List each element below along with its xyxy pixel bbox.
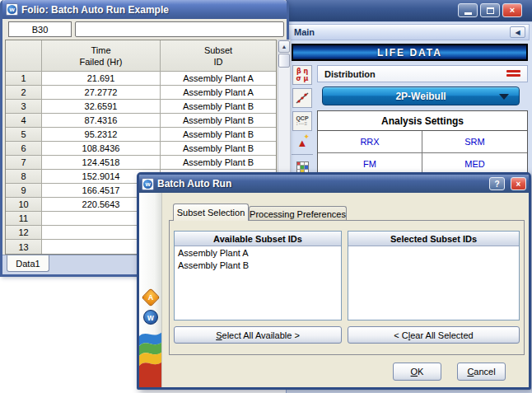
life-data-banner: LIFE DATA xyxy=(292,44,528,61)
dialog-decorative-strip: A w xyxy=(139,193,162,387)
scroll-up-button[interactable]: ▲ xyxy=(278,40,290,53)
ok-button[interactable]: OK xyxy=(393,363,441,381)
analysis-option-srm[interactable]: SRM xyxy=(422,131,527,153)
qcp-button[interactable]: QCP ∶⋯≡ xyxy=(292,111,312,131)
minimize-icon xyxy=(464,12,472,15)
list-item[interactable]: Assembly Plant B xyxy=(175,259,341,271)
color-waves-decoration xyxy=(139,326,162,387)
parameters-icon: β η σ μ xyxy=(296,68,309,82)
minimize-button[interactable] xyxy=(458,3,478,17)
dialog-titlebar[interactable]: w Batch Auto Run ? × xyxy=(139,175,529,193)
table-row[interactable]: 595.2312Assembly Plant B xyxy=(6,128,276,142)
corner-cell[interactable] xyxy=(6,40,42,72)
tab-subset-selection[interactable]: Subset Selection xyxy=(173,204,249,221)
tab-processing-preferences[interactable]: Processing Preferences xyxy=(249,206,347,221)
cell-reference-box[interactable]: B30 xyxy=(8,21,72,37)
reliasoft-a-badge-icon: A xyxy=(143,290,158,305)
table-row[interactable]: 332.6591Assembly Plant B xyxy=(6,100,276,114)
weibull-app-icon: w xyxy=(6,3,18,16)
panel-collapse-button[interactable]: ◀ xyxy=(510,26,525,38)
maximize-icon xyxy=(487,7,494,14)
scroll-up-icon: ▲ xyxy=(282,44,287,49)
select-all-available-button[interactable]: Select All Available > xyxy=(174,326,342,344)
selected-list-header: Selected Subset IDs xyxy=(348,232,519,246)
column-header-time[interactable]: Time Failed (Hr) xyxy=(42,40,161,72)
subset-selection-panel: Available Subset IDs Assembly Plant A As… xyxy=(169,220,525,355)
folio-title: Folio: Batch Auto Run Example xyxy=(21,4,169,16)
clear-all-selected-button[interactable]: < Clear All Selected xyxy=(348,326,520,344)
sheet-tab-data1[interactable]: Data1 xyxy=(7,255,49,272)
distribution-dropdown[interactable]: 2P-Weibull xyxy=(322,87,520,105)
formula-input[interactable] xyxy=(75,21,284,37)
analysis-settings: Analysis Settings RRX SRM FM MED xyxy=(317,110,528,175)
table-header-row: Time Failed (Hr) Subset ID xyxy=(6,40,276,72)
weibull-w-badge-icon: w xyxy=(143,310,158,325)
folio-titlebar[interactable]: w Folio: Batch Auto Run Example xyxy=(2,0,287,19)
wizard-button[interactable]: ▲ ✦ xyxy=(292,133,312,152)
available-list-header: Available Subset IDs xyxy=(175,232,341,246)
selected-subset-ids-list[interactable]: Selected Subset IDs xyxy=(348,231,520,320)
distribution-menu-icon[interactable] xyxy=(506,70,520,78)
distribution-header: Distribution xyxy=(317,65,528,82)
table-row[interactable]: 7124.4518Assembly Plant B xyxy=(6,156,276,170)
table-row[interactable]: 227.2772Assembly Plant A xyxy=(6,86,276,100)
qcp-icon: QCP ∶⋯≡ xyxy=(296,115,308,127)
help-icon: ? xyxy=(494,180,499,189)
sidebar-separator xyxy=(292,154,313,155)
close-icon: × xyxy=(510,6,515,15)
list-item[interactable]: Assembly Plant A xyxy=(175,246,341,259)
chevron-left-icon: ◀ xyxy=(515,29,520,36)
wizard-icon: ▲ ✦ xyxy=(297,138,308,148)
distribution-label: Distribution xyxy=(318,69,376,79)
table-row[interactable]: 121.691Assembly Plant A xyxy=(6,72,276,86)
available-subset-ids-list[interactable]: Available Subset IDs Assembly Plant A As… xyxy=(174,231,342,320)
chevron-down-icon xyxy=(499,94,509,100)
distribution-parameters-button[interactable]: β η σ μ xyxy=(292,65,312,85)
help-button[interactable]: ? xyxy=(489,177,505,190)
dialog-close-button[interactable]: × xyxy=(511,177,526,190)
analysis-settings-title: Analysis Settings xyxy=(318,111,527,131)
batch-auto-run-dialog: w Batch Auto Run ? × A w xyxy=(137,172,531,390)
data-grid-icon xyxy=(296,161,309,173)
dialog-title: Batch Auto Run xyxy=(157,178,486,189)
cancel-button[interactable]: Cancel xyxy=(457,363,506,381)
maximize-button[interactable] xyxy=(480,3,500,17)
close-button[interactable]: × xyxy=(502,3,522,17)
analysis-option-rrx[interactable]: RRX xyxy=(318,131,422,153)
life-data-banner-label: LIFE DATA xyxy=(377,47,442,58)
table-row[interactable]: 487.4316Assembly Plant B xyxy=(6,114,276,128)
column-header-subset[interactable]: Subset ID xyxy=(161,40,276,72)
close-icon: × xyxy=(516,180,521,189)
scrollbar-thumb[interactable] xyxy=(278,54,290,68)
probability-plot-icon xyxy=(295,91,310,105)
probability-plot-button[interactable] xyxy=(292,88,312,108)
table-row[interactable]: 6108.8436Assembly Plant B xyxy=(6,142,276,156)
weibull-app-icon: w xyxy=(142,178,154,190)
dialog-body: A w Subset Selection Processing Preferen… xyxy=(139,193,529,387)
distribution-selected-value: 2P-Weibull xyxy=(395,91,446,102)
main-panel-header: Main ◀ xyxy=(288,24,530,40)
application-screen: × Main ◀ LIFE DATA β η σ μ xyxy=(0,0,532,393)
main-panel-title: Main xyxy=(289,27,315,37)
app-titlebar: × xyxy=(284,0,532,21)
